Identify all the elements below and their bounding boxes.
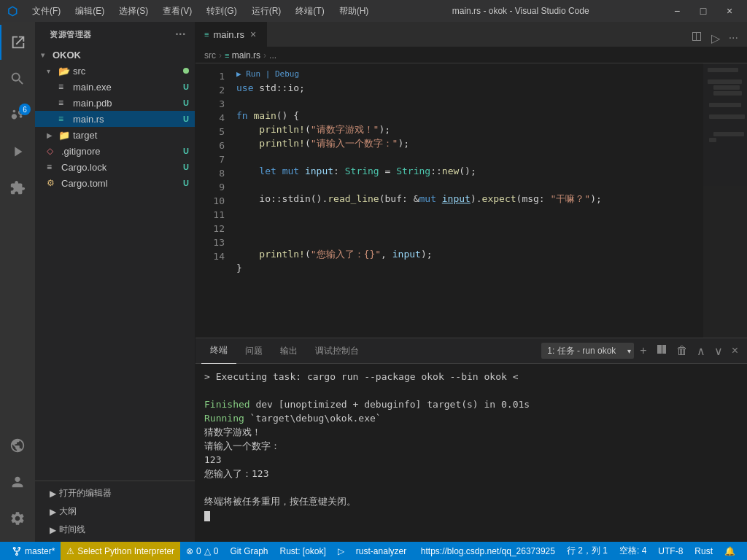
status-branch[interactable]: master* — [6, 542, 61, 560]
tree-file-cargo-lock[interactable]: ≡ Cargo.lock U — [35, 159, 195, 175]
tree-root[interactable]: ▾ OKOK — [35, 47, 195, 63]
breadcrumb-src[interactable]: src — [204, 50, 216, 61]
status-feedback[interactable]: 🔔 — [719, 542, 741, 560]
activity-explorer[interactable] — [0, 25, 35, 60]
terminal-tab-problems[interactable]: 问题 — [236, 338, 271, 364]
status-link[interactable]: https://blog.csdp.net/qq_26373925 — [415, 542, 561, 560]
language-label: Rust — [694, 546, 713, 556]
scroll-down-button[interactable]: ∨ — [711, 343, 726, 359]
menu-terminal[interactable]: 终端(T) — [290, 4, 330, 19]
window-title: main.rs - okok - Visual Studio Code — [374, 6, 667, 16]
tree-file-main-exe[interactable]: ≡ main.exe U — [35, 79, 195, 95]
status-git-graph[interactable]: Git Graph — [224, 542, 274, 560]
code-editor[interactable]: ▶ Run | Debuguse std::io; fn main() { pr… — [231, 63, 703, 338]
terminal-cursor-line — [204, 508, 738, 522]
minimize-button[interactable]: − — [667, 4, 687, 18]
section-timeline[interactable]: ▶ 时间线 — [35, 521, 195, 539]
blog-link: https://blog.csdp.net/qq_26373925 — [421, 546, 555, 556]
menu-bar: 文件(F) 编辑(E) 选择(S) 查看(V) 转到(G) 运行(R) 终端(T… — [26, 4, 374, 19]
root-label: OKOK — [53, 50, 81, 61]
terminal-tab-terminal[interactable]: 终端 — [201, 338, 236, 364]
activity-source-control[interactable]: 6 — [0, 98, 35, 133]
menu-edit[interactable]: 编辑(E) — [69, 4, 110, 19]
activity-account[interactable] — [0, 464, 35, 499]
section-open-editors-chevron-icon: ▶ — [50, 489, 56, 499]
section-timeline-chevron-icon: ▶ — [50, 525, 56, 535]
menu-run[interactable]: 运行(R) — [246, 4, 287, 19]
menu-goto[interactable]: 转到(G) — [201, 4, 242, 19]
terminal-cursor — [204, 511, 210, 521]
tree-folder-target[interactable]: ▶ 📁 target — [35, 127, 195, 143]
close-panel-button[interactable]: × — [729, 343, 741, 359]
tree-file-gitignore[interactable]: ◇ .gitignore U — [35, 143, 195, 159]
split-editor-button[interactable] — [688, 29, 705, 47]
status-position[interactable]: 行 2，列 1 — [561, 542, 614, 560]
menu-help[interactable]: 帮助(H) — [333, 4, 375, 19]
status-encoding[interactable]: UTF-8 — [652, 542, 689, 560]
terminal-tab-bar: 终端 问题 输出 调试控制台 1: 任务 - run okok ▾ + — [196, 338, 747, 364]
tree-file-main-pdb[interactable]: ≡ main.pdb U — [35, 95, 195, 111]
section-open-editors[interactable]: ▶ 打开的编辑器 — [35, 484, 195, 502]
breadcrumb-more[interactable]: ... — [269, 50, 276, 61]
title-bar: ⬡ 文件(F) 编辑(E) 选择(S) 查看(V) 转到(G) 运行(R) 终端… — [0, 0, 747, 22]
status-language[interactable]: Rust — [689, 542, 719, 560]
section-outline-chevron-icon: ▶ — [50, 507, 56, 517]
main-rs-tab-close[interactable]: × — [249, 28, 258, 40]
vscode-logo: ⬡ — [7, 4, 18, 18]
gitignore-file-icon: ◇ — [47, 146, 58, 156]
cargo-toml-label: Cargo.toml — [61, 178, 108, 189]
rust-analyzer-label: rust-analyzer — [356, 546, 406, 556]
terminal-content[interactable]: > Executing task: cargo run --package ok… — [196, 364, 747, 542]
tab-bar: ≡ main.rs × ▷ ··· — [196, 22, 747, 47]
title-bar-left: ⬡ 文件(F) 编辑(E) 选择(S) 查看(V) 转到(G) 运行(R) 终端… — [7, 4, 374, 19]
terminal-tab-debug[interactable]: 调试控制台 — [306, 338, 368, 364]
activity-extensions[interactable] — [0, 171, 35, 206]
status-run-button[interactable]: ▷ — [332, 542, 350, 560]
terminal-output-2: 请输入一个数字： — [204, 439, 738, 453]
breadcrumb-file[interactable]: ≡ main.rs — [225, 50, 260, 61]
activity-run[interactable] — [0, 134, 35, 169]
menu-select[interactable]: 选择(S) — [113, 4, 154, 19]
tree-folder-src[interactable]: ▾ 📂 src — [35, 63, 195, 79]
sidebar-header: 资源管理器 ··· — [35, 22, 195, 44]
scroll-up-button[interactable]: ∧ — [694, 343, 708, 359]
section-outline[interactable]: ▶ 大纲 — [35, 502, 195, 521]
menu-view[interactable]: 查看(V) — [157, 4, 198, 19]
more-actions-button[interactable]: ··· — [726, 30, 741, 46]
activity-settings[interactable] — [0, 501, 35, 536]
main-exe-file-icon: ≡ — [58, 82, 70, 92]
main-rs-tab-icon: ≡ — [204, 30, 209, 39]
sidebar-more-button[interactable]: ··· — [175, 28, 186, 41]
run-button[interactable]: ▷ — [708, 30, 723, 47]
activity-remote[interactable] — [0, 428, 35, 463]
file-tree: ▾ OKOK ▾ 📂 src ≡ main.exe U ≡ main.pdb U — [35, 44, 195, 481]
maximize-button[interactable]: □ — [693, 4, 713, 18]
status-python-interpreter[interactable]: ⚠ Select Python Interpreter — [61, 542, 180, 560]
menu-file[interactable]: 文件(F) — [26, 4, 66, 19]
task-select[interactable]: 1: 任务 - run okok — [541, 343, 634, 359]
new-terminal-button[interactable]: + — [637, 343, 649, 359]
warning-tri-icon: △ — [204, 546, 211, 556]
activity-search[interactable] — [0, 61, 35, 96]
status-errors[interactable]: ⊗ 0 △ 0 — [180, 542, 224, 560]
main-rs-label: main.rs — [73, 114, 104, 125]
breadcrumb: src › ≡ main.rs › ... — [196, 47, 747, 63]
close-button[interactable]: × — [719, 4, 740, 18]
tab-main-rs[interactable]: ≡ main.rs × — [196, 22, 267, 47]
split-terminal-button[interactable] — [653, 342, 670, 359]
status-warning-count: 0 — [214, 546, 219, 556]
tree-file-cargo-toml[interactable]: ⚙ Cargo.toml U — [35, 175, 195, 191]
kill-terminal-button[interactable]: 🗑 — [673, 343, 691, 359]
section-open-editors-label: 打开的编辑器 — [59, 487, 112, 499]
terminal-output-4: 您输入了：123 — [204, 467, 738, 481]
gitignore-label: .gitignore — [61, 146, 100, 157]
status-rust-okok[interactable]: Rust: [okok] — [274, 542, 332, 560]
status-spaces[interactable]: 空格: 4 — [614, 542, 652, 560]
rust-okok-label: Rust: [okok] — [280, 546, 326, 556]
editor-content[interactable]: 12345 678910 11121314 ▶ Run | Debuguse s… — [196, 63, 747, 338]
sidebar-sections: ▶ 打开的编辑器 ▶ 大纲 ▶ 时间线 — [35, 481, 195, 542]
terminal-tab-output[interactable]: 输出 — [271, 338, 306, 364]
main-exe-label: main.exe — [73, 82, 112, 93]
tree-file-main-rs[interactable]: ≡ main.rs U — [35, 111, 195, 127]
status-rust-analyzer[interactable]: rust-analyzer — [350, 542, 412, 560]
